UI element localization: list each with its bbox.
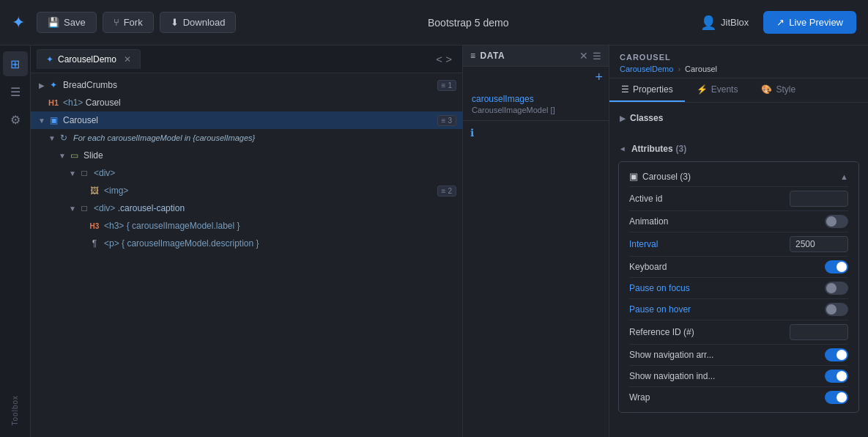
attrs-group-header[interactable]: ▣ Carousel (3) ▲ [629,166,848,186]
toolbox-label: Toolbox [11,395,19,425]
attr-row-pause-focus: Pause on focus [629,277,848,298]
attr-row-interval: Interval [629,232,848,256]
p-icon: ¶ [88,237,101,250]
attr-label: Wrap [629,392,825,403]
attr-input-reference-id[interactable] [790,324,848,340]
data-add-button[interactable]: + [595,70,603,85]
data-info-button[interactable]: ℹ [470,127,474,139]
toggle-wrap[interactable] [825,391,848,404]
icon-sidebar: ⊞ ☰ ⚙ Toolbox [0,45,31,437]
sidebar-btn-settings[interactable]: ⚙ [3,107,28,132]
div-icon: □ [78,202,91,215]
attr-input-active-id[interactable] [790,191,848,207]
properties-icon: ☰ [621,84,629,95]
tab-events[interactable]: ⚡ Events [685,78,750,102]
sidebar-btn-layers[interactable]: ☰ [3,79,28,104]
tree-item-label: <div> [94,168,115,178]
data-item-carouselimages[interactable]: carouselImages CarouselImageModel [] [463,88,609,121]
sidebar-btn-components[interactable]: ⊞ [3,51,28,76]
topbar: ✦ 💾 Save ⑂ Fork ⬇ Download Bootstrap 5 d… [0,0,868,45]
data-panel-close[interactable]: ✕ [579,50,588,62]
tree-item-div-caption[interactable]: ▼ □ <div> .carousel-caption [31,199,462,217]
h1-icon: H1 [47,96,60,109]
classes-section: ▶ Classes [609,103,868,133]
toggle-pause-focus[interactable] [825,282,848,295]
carousel-attrs-group: ▣ Carousel (3) ▲ Active id Animation [618,161,859,413]
h3-icon: H3 [88,219,101,232]
tree-item-label: Carousel [63,115,98,125]
attr-label-interval[interactable]: Interval [629,239,790,249]
tree-content: ▶ ✦ BreadCrumbs ≡ 1 H1 <h1> Carousel ▼ ▣… [31,73,462,437]
live-preview-button[interactable]: ↗ Live Preview [763,11,856,34]
attr-label: Keyboard [629,262,825,272]
style-icon: 🎨 [761,84,772,95]
tree-item-foreach[interactable]: ▼ ↻ For each carouselImageModel in {caro… [31,129,462,147]
data-list-icon[interactable]: ☰ [593,51,601,62]
tree-item-slide[interactable]: ▼ ▭ Slide [31,147,462,164]
props-header: CAROUSEL CarouselDemo › Carousel [609,45,868,78]
tree-item-label: <h3> { carouselImageModel.label } [104,221,240,231]
download-button[interactable]: ⬇ Download [160,12,237,33]
attr-row-animation: Animation [629,210,848,232]
attr-label: Reference ID (#) [629,327,790,337]
save-button[interactable]: 💾 Save [37,12,97,33]
fork-button[interactable]: ⑂ Fork [103,12,154,33]
breadcrumb-parent[interactable]: CarouselDemo [620,65,673,73]
tree-badge: ≡ 3 [437,115,456,126]
props-title: CAROUSEL [620,53,858,62]
toggle-nav-ind[interactable] [825,370,848,383]
tree-arrow: ▶ [37,81,47,89]
tree-item-carousel[interactable]: ▼ ▣ Carousel ≡ 3 [31,111,462,129]
tab-style[interactable]: 🎨 Style [749,78,807,102]
toggle-keyboard[interactable] [825,260,848,273]
tree-item-div1[interactable]: ▼ □ <div> [31,164,462,182]
repeat-icon: ↻ [57,131,70,144]
app-logo: ✦ [12,13,25,32]
tree-tab-close[interactable]: ✕ [124,54,131,65]
toggle-pause-hover[interactable] [825,303,848,316]
attr-label-pause-focus[interactable]: Pause on focus [629,283,825,293]
tree-code-btn[interactable]: < > [431,51,456,67]
tree-arrow: ▼ [47,134,57,142]
tree-item-breadcrumbs[interactable]: ▶ ✦ BreadCrumbs ≡ 1 [31,76,462,94]
props-content: ▶ Classes ▼ Attributes (3) ▣ Carousel (3 [609,103,868,437]
attr-input-interval[interactable] [790,236,848,252]
puzzle-icon: ✦ [46,54,53,65]
tree-item-p[interactable]: ¶ <p> { carouselImageModel.description } [31,235,462,252]
data-panel-title: ≡ DATA [470,51,579,61]
props-tabs: ☰ Properties ⚡ Events 🎨 Style [609,78,868,103]
carousel-icon: ▣ [47,114,60,127]
attr-label-pause-hover[interactable]: Pause on hover [629,304,825,315]
toggle-nav-arrows[interactable] [825,348,848,361]
attributes-section: ▼ Attributes (3) ▣ Carousel (3) ▲ [609,133,868,422]
tree-item-h3[interactable]: H3 <h3> { carouselImageModel.label } [31,217,462,235]
attr-row-reference-id: Reference ID (#) [629,320,848,344]
tree-item-img[interactable]: 🖼 <img> ≡ 2 [31,182,462,199]
attr-row-active-id: Active id [629,186,848,210]
tree-item-label: <h1> Carousel [63,98,121,108]
data-panel: ≡ DATA ✕ ☰ + carouselImages CarouselImag… [463,45,609,437]
tab-properties[interactable]: ☰ Properties [609,78,685,102]
tree-item-label: <div> .carousel-caption [94,203,185,213]
slide-icon: ▭ [67,149,81,162]
download-icon: ⬇ [171,17,179,28]
tree-item-h1[interactable]: H1 <h1> Carousel [31,94,462,111]
classes-section-header[interactable]: ▶ Classes [609,109,868,128]
fork-icon: ⑂ [114,17,119,28]
attr-row-nav-ind: Show navigation ind... [629,365,848,386]
user-avatar-icon: 👤 [700,15,716,31]
user-menu[interactable]: 👤 JitBlox [700,15,749,31]
attr-row-pause-hover: Pause on hover [629,298,848,320]
tree-badge: ≡ 1 [437,80,456,91]
tree-tab-carouseldemo[interactable]: ✦ CarouselDemo ✕ [37,49,141,69]
events-icon: ⚡ [697,84,708,95]
tree-item-label: <p> { carouselImageModel.description } [104,238,259,249]
toggle-animation[interactable] [825,215,848,228]
main-layout: ⊞ ☰ ⚙ Toolbox ✦ CarouselDemo ✕ < > ▶ ✦ B… [0,45,868,437]
tree-tabs: ✦ CarouselDemo ✕ < > [31,45,462,73]
chevron-down-icon: ▼ [619,145,627,153]
attributes-section-header[interactable]: ▼ Attributes (3) [609,139,868,158]
attrs-group-title: ▣ Carousel (3) [629,171,691,182]
attrs-count: (3) [676,144,687,154]
data-toolbar: + [463,67,609,88]
